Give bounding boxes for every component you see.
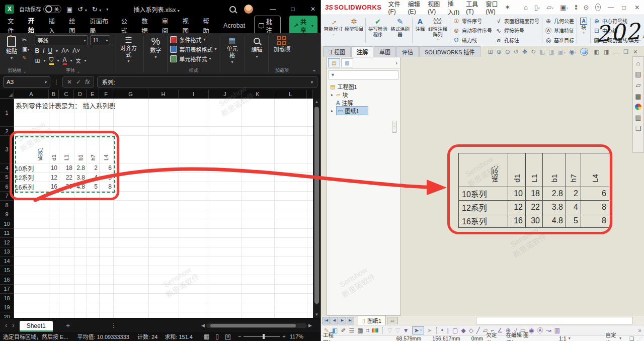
spell-checker-button[interactable]: ✔ 拼写检验程序 (367, 16, 389, 45)
share-button[interactable]: ↗共享 ▾ (289, 16, 317, 36)
datum-tool-icon[interactable]: Ⓐ (537, 326, 543, 334)
status-sum[interactable]: 求和: 151.4 (165, 332, 193, 340)
tab-addins[interactable]: SOLIDWORKS 插件 (419, 46, 480, 57)
line-format-icon[interactable]: ☰ (349, 327, 354, 334)
number-format-button[interactable]: % 数字▾ (146, 35, 165, 60)
fill-color-button[interactable]: ⛉ (49, 56, 54, 65)
font-size-select[interactable]: 11▾ (90, 35, 110, 45)
hide-show-icon[interactable]: ◉▾ (569, 48, 577, 55)
render-appearance-icon[interactable] (580, 48, 588, 56)
fx-icon[interactable]: fx (85, 78, 90, 86)
font-dialog-launcher[interactable]: ⌟ (77, 69, 79, 73)
pen-tool-icon[interactable]: ✐ (341, 327, 346, 334)
bold-button[interactable]: B (35, 47, 39, 54)
filter-on-icon[interactable]: ▼ (403, 327, 409, 334)
panel-splitter-handle[interactable]: ○ (392, 121, 397, 133)
view-layout-icon[interactable]: ▯ (215, 333, 219, 340)
status-count[interactable]: 计数: 24 (137, 332, 157, 340)
help-icon[interactable]: ? (595, 4, 601, 11)
save-icon[interactable]: ▣▾ (560, 4, 568, 11)
grow-font-button[interactable]: A˄ (61, 47, 69, 54)
shrink-font-button[interactable]: A˅ (72, 47, 80, 54)
comments-icon[interactable]: ❏ (635, 125, 641, 132)
first-sheet-icon[interactable]: |◀ (323, 317, 330, 324)
filter-off-icon[interactable]: ▽ (387, 327, 392, 334)
select-alt-icon[interactable]: ➤ (427, 327, 432, 334)
linear-note-pattern-button[interactable]: AAAAAA 线性注释阵列▾ (427, 16, 449, 45)
hscroll-thumb[interactable] (210, 324, 296, 327)
scrollbar-thumb[interactable] (314, 107, 319, 304)
column-headers[interactable]: A B C D E F G H I J K L (14, 90, 313, 99)
hole-callout-button[interactable]: ⌀孔标注 (495, 36, 539, 44)
surface-finish-button[interactable]: √表面粗糙度符号 (495, 17, 539, 25)
auto-balloon-button[interactable]: ⊚自动零件序号 (453, 26, 492, 35)
view-pagebreak-icon[interactable]: 凹 (225, 332, 231, 341)
menu-window[interactable]: 窗口(W) (486, 0, 500, 15)
open-icon[interactable]: ▱▾ (546, 4, 553, 11)
shaded-view-icon[interactable]: ▣▾ (558, 48, 566, 55)
home-icon[interactable]: ⌂ (636, 59, 640, 67)
menu-tools[interactable]: 工具(T) (466, 0, 479, 15)
document-title[interactable]: 插入系列表.xlsx ▾ (133, 5, 179, 14)
sheet-scroll-area[interactable] (476, 317, 633, 324)
tab-drawing[interactable]: 工程图 (323, 46, 351, 57)
spline-tool-icon[interactable]: ↝ (546, 327, 551, 334)
sketch-polygon-icon[interactable]: ◆ (461, 327, 465, 334)
user-icon[interactable]: ⊙ (584, 4, 589, 11)
menu-insert[interactable]: 插入(I) (448, 0, 460, 16)
zoom-slider[interactable] (244, 336, 280, 337)
expand-arrow-icon[interactable]: ▸ (330, 109, 334, 113)
pin-icon[interactable]: ✶ (505, 4, 510, 11)
row-headers[interactable]: 1 2 3 4 5 6 7 8 9 10 11 12 13 14 15 16 1… (0, 99, 14, 318)
format-painter-button[interactable]: ✎ 格式涂刷器 (389, 16, 411, 45)
zoom-out-icon[interactable]: − (238, 333, 241, 339)
sketch-line-icon[interactable]: ∣ (446, 327, 449, 334)
cancel-icon[interactable]: ✕ (67, 78, 72, 86)
name-box[interactable]: A3▾ (3, 76, 50, 88)
vertical-scrollbar[interactable]: ▲ ▼ (313, 99, 320, 318)
account-avatar[interactable] (244, 5, 253, 14)
sheet-tab-active[interactable]: ▯ 图纸1 (358, 315, 386, 325)
expand-arrow-icon[interactable]: ▸ (330, 93, 334, 97)
sheet-tab-active[interactable]: Sheet1 (20, 321, 53, 332)
collapse-ribbon-icon[interactable]: ⌄ (312, 67, 316, 72)
datum-feature-button[interactable]: Ⓐ基准特征 (545, 26, 574, 35)
prev-sheet-icon[interactable]: ◀ (331, 317, 338, 324)
custom-properties-icon[interactable]: ▥ (635, 114, 641, 121)
formula-input[interactable]: 系列:▾ (97, 76, 317, 88)
editing-button[interactable]: 编辑▾ (248, 35, 266, 60)
property-manager-tab[interactable]: ▥ (341, 58, 353, 67)
sw-maximize-button[interactable]: □ (620, 4, 627, 11)
next-sheet-icon[interactable]: ▶ (339, 317, 346, 324)
new-document-icon[interactable]: ▯▾ (534, 4, 540, 11)
display-style-icon[interactable]: ◨ (548, 48, 554, 55)
underline-button[interactable]: U (48, 47, 52, 54)
zoom-area-icon[interactable]: ⊕ (497, 48, 502, 55)
redo-icon[interactable]: ↻ ▾ (92, 6, 102, 13)
cell-styles-button[interactable]: 单元格样式▾ (170, 54, 216, 63)
balloon-button[interactable]: ①零件序号 (453, 17, 492, 25)
menu-file[interactable]: 文件(F) (388, 0, 401, 15)
status-average[interactable]: 平均值: 10.09333333 (77, 332, 129, 340)
scroll-up-icon[interactable]: ▲ (313, 100, 320, 104)
conditional-formatting-button[interactable]: 条件格式▾ (170, 35, 216, 44)
datum-target-button[interactable]: ◎基准目标 (545, 36, 574, 44)
italic-button[interactable]: I (43, 47, 44, 54)
close-button[interactable]: ✕ (305, 6, 320, 13)
horizontal-scrollbar[interactable] (206, 323, 307, 328)
toolbar-overflow-icon[interactable]: » (638, 327, 641, 334)
maximize-button[interactable]: □ (285, 6, 300, 13)
zoom-in-icon[interactable]: + (282, 333, 285, 339)
borders-button[interactable]: ⊞ (35, 57, 40, 64)
filter-edges-icon[interactable]: ▽ (395, 327, 400, 334)
menu-edit[interactable]: 编辑(E) (408, 0, 422, 15)
tree-item-blocks[interactable]: ▸ ▱ 块 (328, 91, 399, 99)
featuremanager-tab[interactable]: ▤ (328, 58, 340, 67)
design-library-icon[interactable]: ▤ (635, 70, 641, 78)
weld-symbol-button[interactable]: ∿焊接符号 (495, 26, 539, 35)
tree-item-drawing[interactable]: ▤ 工程图1 (328, 82, 399, 91)
layer-table-icon[interactable]: ▦ (357, 327, 363, 334)
comments-button[interactable]: 批注 (254, 16, 281, 36)
qat-more-icon[interactable]: ▾ (106, 7, 108, 12)
font-color-button[interactable]: A (63, 56, 67, 65)
